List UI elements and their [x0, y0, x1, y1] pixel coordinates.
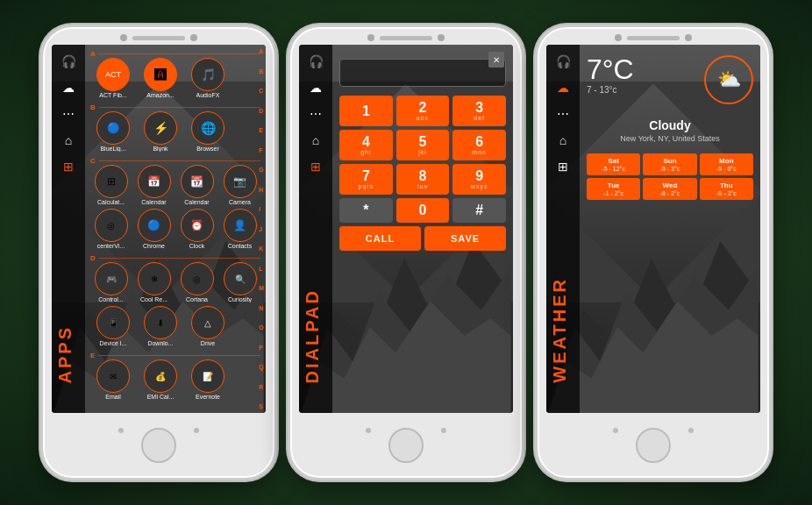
- app-deviceinfo[interactable]: 📱 Device I...: [90, 306, 136, 346]
- home-button-apps[interactable]: [141, 428, 176, 463]
- dial-key-2-sub: abc: [417, 115, 429, 121]
- app-evernote[interactable]: 📝 Evernote: [185, 359, 231, 400]
- sidebar-icon-cloud-2[interactable]: ☁: [306, 78, 325, 97]
- phone-bottom-weather: [613, 413, 694, 478]
- apps-sidebar: 🎧 ☁ ⋯ ⌂ ⊞ APPS: [52, 45, 85, 413]
- alpha-d[interactable]: D: [259, 108, 264, 114]
- app-bluelight[interactable]: 🔵 BlueLig...: [90, 111, 136, 152]
- app-icon-calculator: ⊞: [95, 165, 128, 198]
- app-contacts[interactable]: 👤 Contacts: [219, 209, 260, 249]
- sidebar-icon-apps-3[interactable]: ⊞: [553, 157, 573, 176]
- weather-day-mon: Mon -9 - 0°c: [700, 153, 753, 175]
- app-email[interactable]: ✉ Email: [90, 359, 136, 400]
- app-camera[interactable]: 📷 Camera: [219, 165, 260, 205]
- app-icon-chrome: 🔵: [138, 209, 171, 242]
- app-clock[interactable]: ⏰ Clock: [176, 209, 217, 249]
- app-browser[interactable]: 🌐 Browser: [185, 111, 231, 152]
- sidebar-icon-home[interactable]: ⌂: [59, 131, 78, 150]
- alpha-i[interactable]: I: [259, 206, 264, 212]
- speaker-2: [380, 36, 432, 40]
- sidebar-icon-cloud-3[interactable]: ☁: [553, 78, 573, 97]
- section-c-row2: ◎ centerVi... 🔵 Chrome ⏰ Clock 👤 Contact…: [87, 209, 264, 252]
- alpha-c[interactable]: C: [259, 88, 264, 94]
- alpha-a[interactable]: A: [259, 48, 264, 54]
- app-calculator[interactable]: ⊞ Calculat...: [90, 165, 132, 205]
- home-button-weather[interactable]: [636, 428, 671, 463]
- dial-key-9[interactable]: 9 wxyz: [452, 164, 506, 195]
- weather-day-sat-temp: -5 - 12°c: [602, 166, 625, 172]
- app-icon-emical: 💰: [144, 359, 177, 393]
- section-d-label: D: [90, 254, 96, 262]
- app-drive[interactable]: △ Drive: [185, 306, 231, 346]
- alpha-e[interactable]: E: [259, 127, 264, 133]
- sidebar-icon-home-3[interactable]: ⌂: [553, 131, 573, 150]
- app-downloads[interactable]: ⬇ Downlo...: [138, 306, 183, 346]
- alpha-j[interactable]: J: [259, 226, 264, 232]
- sidebar-icon-apps[interactable]: ⊞: [59, 157, 78, 176]
- app-blynk[interactable]: ⚡ Blynk: [138, 111, 183, 152]
- camera-dot-2: [190, 34, 197, 41]
- app-chrome[interactable]: 🔵 Chrome: [133, 209, 175, 249]
- alpha-l[interactable]: L: [259, 266, 264, 272]
- sidebar-icon-cloud[interactable]: ☁: [59, 78, 78, 97]
- app-curiosity[interactable]: 🔍 Curiosity: [219, 262, 260, 302]
- dialpad-close-button[interactable]: ✕: [488, 52, 504, 68]
- sidebar-icon-grid[interactable]: ⋯: [59, 104, 78, 124]
- dial-key-5-num: 5: [419, 135, 427, 149]
- alpha-g[interactable]: G: [259, 167, 264, 173]
- alpha-q[interactable]: Q: [259, 364, 264, 370]
- app-icon-centerview: ◎: [95, 209, 128, 242]
- alpha-b[interactable]: B: [259, 68, 264, 75]
- sidebar-icon-apps-2[interactable]: ⊞: [306, 157, 325, 176]
- app-icon-coolre: ❄: [138, 262, 171, 295]
- dial-key-7-sub: pqrs: [359, 183, 374, 189]
- alpha-f[interactable]: F: [259, 147, 264, 153]
- app-amazon[interactable]: 🅰 Amazon...: [138, 58, 183, 98]
- app-cortana[interactable]: ◎ Cortana: [176, 262, 217, 302]
- alpha-r[interactable]: R: [259, 384, 264, 390]
- app-centerview[interactable]: ◎ centerVi...: [90, 209, 132, 249]
- dial-key-0[interactable]: 0: [396, 198, 450, 223]
- app-icon-blynk: ⚡: [144, 111, 177, 145]
- bottom-dots-dialpad: [366, 428, 446, 463]
- sidebar-icon-home-2[interactable]: ⌂: [306, 131, 325, 150]
- dial-key-5[interactable]: 5 jkl: [396, 130, 450, 160]
- alpha-n[interactable]: N: [259, 305, 264, 311]
- dial-key-1[interactable]: 1: [339, 96, 393, 126]
- app-audiofx[interactable]: 🎵 AudioFX: [185, 58, 231, 98]
- dot4: [441, 428, 446, 433]
- sidebar-icon-headphone-2[interactable]: 🎧: [306, 52, 325, 71]
- save-button[interactable]: SAVE: [424, 226, 506, 251]
- app-calendar2[interactable]: 📆 Calendar: [176, 165, 217, 205]
- app-actfib[interactable]: ACT ACT Fib...: [90, 58, 136, 98]
- app-icon-evernote: 📝: [191, 359, 224, 393]
- alpha-h[interactable]: H: [259, 187, 264, 193]
- dialpad-sidebar: 🎧 ☁ ⋯ ⌂ ⊞ DIALPAD: [299, 45, 332, 413]
- sidebar-icon-headphone-3[interactable]: 🎧: [553, 52, 573, 71]
- sidebar-icon-headphone[interactable]: 🎧: [59, 52, 78, 71]
- dial-key-star[interactable]: *: [339, 198, 393, 223]
- alpha-m[interactable]: M: [259, 285, 264, 291]
- dial-key-hash[interactable]: #: [452, 198, 506, 223]
- dial-key-2[interactable]: 2 abc: [396, 96, 450, 126]
- sidebar-icon-grid-2[interactable]: ⋯: [306, 104, 325, 124]
- app-coolre[interactable]: ❄ Cool Re...: [133, 262, 175, 302]
- app-emical[interactable]: 💰 EMI Cal...: [138, 359, 183, 400]
- dial-key-6[interactable]: 6 mno: [452, 130, 506, 160]
- alpha-index[interactable]: A B C D E F G H I J K L M N O P Q R S: [257, 45, 266, 413]
- dial-key-4[interactable]: 4 ghi: [339, 130, 393, 160]
- dial-key-8[interactable]: 8 tuv: [396, 164, 450, 195]
- dial-key-7[interactable]: 7 pqrs: [339, 164, 393, 195]
- dial-key-3[interactable]: 3 def: [452, 96, 506, 126]
- alpha-o[interactable]: O: [259, 324, 264, 331]
- dialpad-grid: 1 2 abc 3 def 4 ghi 5 jkl: [339, 96, 506, 223]
- alpha-k[interactable]: K: [259, 245, 264, 252]
- alpha-s[interactable]: S: [259, 403, 264, 409]
- app-calendar1[interactable]: 📅 Calendar: [133, 165, 175, 205]
- call-button[interactable]: CALL: [339, 226, 421, 251]
- sidebar-icon-grid-3[interactable]: ⋯: [553, 104, 573, 124]
- home-button-dialpad[interactable]: [388, 428, 424, 463]
- app-control[interactable]: 🎮 Control...: [90, 262, 132, 302]
- camera-dot-3: [367, 34, 374, 41]
- alpha-p[interactable]: P: [259, 345, 264, 351]
